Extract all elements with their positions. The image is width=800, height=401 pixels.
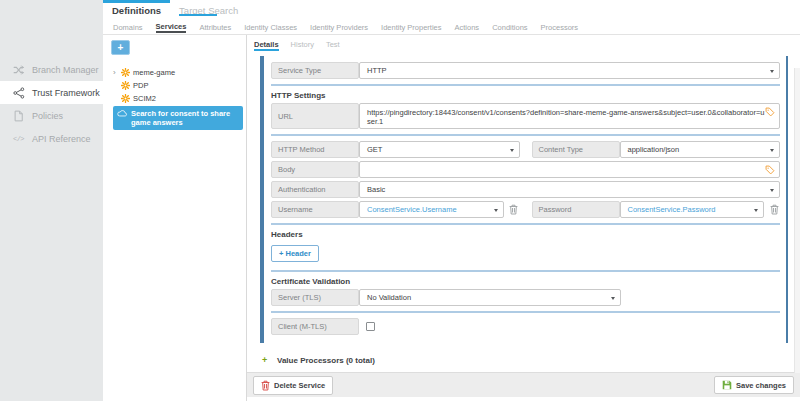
tag-icon[interactable] <box>765 107 775 119</box>
main-area: Definitions Target Search Domains Servic… <box>103 0 800 401</box>
value-processors-label: Value Processors (0 total) <box>277 356 375 365</box>
dropdown-caret-icon <box>510 149 514 152</box>
section-divider <box>271 84 780 86</box>
subtab-identity-classes[interactable]: Identity Classes <box>244 23 297 32</box>
service-type-select[interactable]: HTTP <box>359 62 780 79</box>
trash-icon[interactable] <box>508 201 520 218</box>
dropdown-caret-icon <box>770 189 774 192</box>
http-method-group: HTTP Method GET <box>271 141 520 158</box>
authentication-row: Authentication Basic <box>271 181 780 198</box>
tree-item-pdp[interactable]: PDP <box>111 80 243 91</box>
app-window: Branch Manager Trust Framework Policies … <box>0 0 800 401</box>
tab-target-search[interactable]: Target Search <box>170 0 247 16</box>
top-tab-bar: Definitions Target Search <box>103 0 800 21</box>
gear-icon <box>121 94 130 103</box>
add-header-label: + Header <box>279 249 311 258</box>
tab-test[interactable]: Test <box>326 40 340 51</box>
tab-history[interactable]: History <box>291 40 314 51</box>
trash-icon[interactable] <box>768 201 780 218</box>
sidebar-item-policies[interactable]: Policies <box>0 104 103 127</box>
scrollbar-track[interactable] <box>794 68 800 373</box>
subtab-actions[interactable]: Actions <box>455 23 480 32</box>
http-method-label: HTTP Method <box>271 141 359 158</box>
chevron-right-icon[interactable]: › <box>113 68 118 77</box>
subtab-domains[interactable]: Domains <box>113 23 143 32</box>
url-input[interactable]: https://pingdirectory:18443/consent/v1/c… <box>359 103 780 129</box>
username-value: ConsentService.Username <box>367 205 457 214</box>
add-header-button[interactable]: + Header <box>271 245 319 262</box>
action-footer: Delete Service Save changes <box>247 372 800 397</box>
service-form-card: Service Type HTTP HTTP Settings URL <box>260 56 788 343</box>
subtab-identity-properties[interactable]: Identity Properties <box>381 23 441 32</box>
policies-icon <box>12 109 25 122</box>
tab-details[interactable]: Details <box>254 40 279 51</box>
client-mtls-row: Client (M-TLS) <box>271 318 780 335</box>
authentication-label: Authentication <box>271 181 359 198</box>
tab-label: Target Search <box>179 5 238 16</box>
add-service-button[interactable]: + <box>111 40 130 55</box>
authentication-select[interactable]: Basic <box>359 181 780 198</box>
left-nav-sidebar: Branch Manager Trust Framework Policies … <box>0 0 103 401</box>
save-icon <box>722 380 732 390</box>
subtab-processors[interactable]: Processors <box>541 23 579 32</box>
content-type-label: Content Type <box>532 141 620 158</box>
http-settings-heading: HTTP Settings <box>271 91 780 100</box>
expand-icon[interactable]: + <box>262 355 270 365</box>
tree-item-scim2[interactable]: SCIM2 <box>111 93 243 104</box>
tree-item-label: meme-game <box>133 68 175 77</box>
tab-label: Definitions <box>112 5 161 16</box>
delete-icon <box>261 380 270 391</box>
server-tls-value: No Validation <box>367 293 411 302</box>
headers-heading: Headers <box>271 230 780 239</box>
subtab-identity-providers[interactable]: Identity Providers <box>310 23 368 32</box>
detail-scroll-area: Service Type HTTP HTTP Settings URL <box>247 54 800 372</box>
client-mtls-checkbox[interactable] <box>366 322 375 331</box>
delete-service-label: Delete Service <box>274 381 325 390</box>
tree-item-selected-service[interactable]: Search for consent to share game answers <box>113 106 243 130</box>
tab-definitions[interactable]: Definitions <box>103 0 170 16</box>
dropdown-caret-icon <box>770 70 774 73</box>
save-changes-label: Save changes <box>736 381 786 390</box>
content-type-select[interactable]: application/json <box>620 141 781 158</box>
password-select[interactable]: ConsentService.Password <box>620 201 765 218</box>
sidebar-item-label: Policies <box>32 111 63 121</box>
sidebar-item-branch-manager[interactable]: Branch Manager <box>0 58 103 81</box>
tree-item-meme-game[interactable]: › meme-game <box>111 67 243 78</box>
service-type-row: Service Type HTTP <box>271 62 780 79</box>
sidebar-item-label: API Reference <box>32 134 91 144</box>
body-row: Body <box>271 161 780 178</box>
section-divider <box>271 223 780 225</box>
trust-framework-icon <box>12 86 25 99</box>
http-method-select[interactable]: GET <box>359 141 520 158</box>
subtab-services[interactable]: Services <box>156 22 187 33</box>
content-type-value: application/json <box>628 145 680 154</box>
gear-icon <box>121 81 130 90</box>
method-contenttype-row: HTTP Method GET Content Type application… <box>271 141 780 158</box>
credentials-row: Username ConsentService.Username <box>271 201 780 218</box>
url-value: https://pingdirectory:18443/consent/v1/c… <box>367 108 765 127</box>
password-label: Password <box>532 201 620 218</box>
section-divider <box>271 134 780 136</box>
service-type-value: HTTP <box>367 66 387 75</box>
server-tls-select[interactable]: No Validation <box>359 289 621 306</box>
gear-icon <box>121 68 130 77</box>
dropdown-caret-icon <box>770 149 774 152</box>
content-type-group: Content Type application/json <box>532 141 781 158</box>
subtab-attributes[interactable]: Attributes <box>199 23 231 32</box>
section-divider <box>271 311 780 313</box>
save-changes-button[interactable]: Save changes <box>714 376 794 394</box>
sidebar-item-trust-framework[interactable]: Trust Framework <box>0 81 103 104</box>
server-tls-label: Server (TLS) <box>271 289 359 306</box>
tree-item-label: PDP <box>133 81 148 90</box>
subtab-conditions[interactable]: Conditions <box>492 23 527 32</box>
body-input[interactable] <box>359 161 780 178</box>
password-group: Password ConsentService.Password <box>532 201 781 218</box>
dropdown-caret-icon <box>611 297 615 300</box>
content-row: + › meme-game <box>103 35 800 401</box>
sidebar-item-api-reference[interactable]: </> API Reference <box>0 127 103 150</box>
delete-service-button[interactable]: Delete Service <box>253 376 333 395</box>
username-select[interactable]: ConsentService.Username <box>359 201 504 218</box>
tag-icon[interactable] <box>765 165 775 177</box>
body-label: Body <box>271 161 359 178</box>
authentication-value: Basic <box>367 185 385 194</box>
